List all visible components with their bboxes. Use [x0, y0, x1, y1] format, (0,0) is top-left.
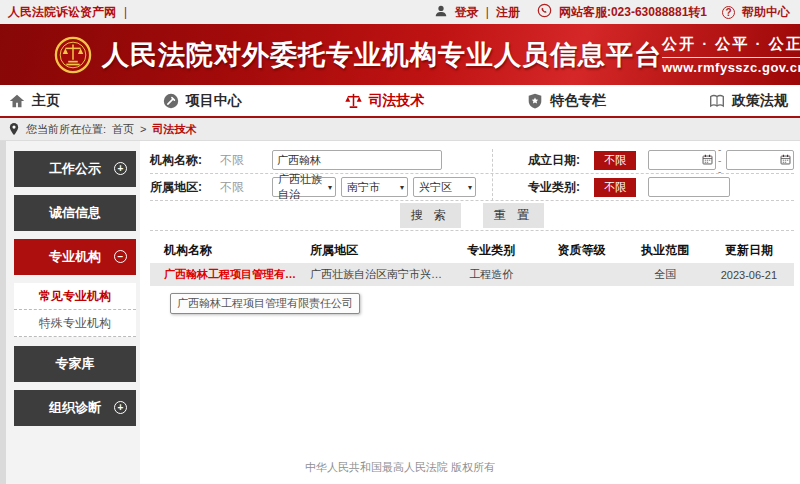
form-column-divider — [492, 149, 493, 201]
expand-icon[interactable] — [114, 401, 127, 414]
col-header-org-name: 机构名称 — [150, 242, 298, 259]
founding-date-unlimited-button[interactable]: 不限 — [594, 151, 636, 170]
platform-title: 人民法院对外委托专业机构专业人员信息平台 — [102, 37, 662, 73]
court-emblem-logo — [54, 36, 92, 74]
sidebar-item-org-diagnosis[interactable]: 组织诊断 — [14, 390, 136, 426]
primary-nav: 主页 项目中心 司法技术 特色专栏 政策法规 — [0, 85, 800, 118]
date-end-field — [726, 150, 794, 170]
chevron-down-icon: ▾ — [468, 183, 472, 192]
nav-item-project-center[interactable]: 项目中心 — [162, 92, 242, 110]
sidebar-subitem-label: 常见专业机构 — [39, 288, 111, 305]
phone-icon — [537, 3, 552, 21]
site-name-link[interactable]: 人民法院诉讼资产网 — [8, 4, 116, 21]
register-link[interactable]: 注册 — [496, 4, 520, 21]
search-button[interactable]: 搜 索 — [400, 203, 461, 228]
user-icon — [434, 4, 448, 21]
cell-date: 2023-06-21 — [704, 269, 794, 281]
sidebar-subitem-common-org[interactable]: 常见专业机构 — [14, 283, 136, 310]
nav-item-special-column[interactable]: 特色专栏 — [526, 92, 606, 110]
breadcrumb-current: 司法技术 — [153, 122, 197, 137]
col-header-region: 所属地区 — [298, 242, 446, 259]
sidebar-item-credit-info[interactable]: 诚信信息 — [14, 195, 136, 231]
site-banner: 人民法院对外委托专业机构专业人员信息平台 公开 · 公平 · 公正 www.rm… — [0, 24, 800, 85]
category-input[interactable] — [648, 177, 730, 197]
page: 人民法院诉讼资产网 | 登录 | 注册 网站客服:023-63088881转1 … — [0, 0, 800, 484]
breadcrumb-separator: > — [140, 123, 146, 135]
nav-item-label: 政策法规 — [732, 92, 788, 110]
cell-region: 广西壮族自治区南宁市兴宁区 — [298, 267, 446, 282]
site-url: www.rmfysszc.gov.cn — [662, 60, 800, 75]
category-unlimited-button[interactable]: 不限 — [594, 178, 636, 197]
main-area: 工作公示 诚信信息 专业机构 常见专业机构 特殊专业机构 专家库 组织诊断 — [0, 141, 800, 484]
shield-star-icon — [526, 92, 544, 110]
chevron-down-icon: ▾ — [400, 183, 404, 192]
service-hotline[interactable]: 网站客服:023-63088881转1 — [559, 4, 707, 21]
founding-date-label: 成立日期: — [528, 152, 594, 169]
login-register-divider: | — [486, 5, 489, 19]
login-link[interactable]: 登录 — [455, 4, 479, 21]
sidebar-item-label: 诚信信息 — [49, 204, 101, 222]
sidebar: 工作公示 诚信信息 专业机构 常见专业机构 特殊专业机构 专家库 组织诊断 — [0, 141, 140, 484]
table-header-row: 机构名称 所属地区 专业类别 资质等级 执业范围 更新日期 — [150, 237, 794, 263]
breadcrumb-prefix: 您当前所在位置: — [26, 122, 106, 137]
breadcrumb-home-link[interactable]: 首页 — [112, 122, 134, 137]
calendar-icon[interactable] — [702, 154, 713, 165]
district-select-value: 兴宁区 — [419, 180, 452, 195]
region-label: 所属地区: — [150, 179, 220, 196]
col-header-date: 更新日期 — [704, 242, 794, 259]
date-range-separator: --- — [718, 144, 724, 177]
sidebar-subitem-special-org[interactable]: 特殊专业机构 — [14, 310, 136, 337]
province-select[interactable]: 广西壮族自治 ▾ — [272, 177, 336, 197]
category-label: 专业类别: — [528, 179, 594, 196]
expand-icon[interactable] — [114, 162, 127, 175]
region-unlimited-option[interactable]: 不限 — [220, 179, 272, 196]
sidebar-item-work-public[interactable]: 工作公示 — [14, 151, 136, 187]
sidebar-item-label: 专业机构 — [49, 248, 101, 266]
org-name-unlimited-option[interactable]: 不限 — [220, 152, 272, 169]
city-select[interactable]: 南宁市 ▾ — [341, 177, 408, 197]
footer-copyright: 中华人民共和国最高人民法院 版权所有 — [0, 460, 800, 475]
project-center-icon — [162, 92, 180, 110]
cell-category: 工程造价 — [446, 267, 536, 282]
home-icon — [8, 92, 26, 110]
collapse-icon[interactable] — [114, 250, 127, 263]
org-name-tooltip: 广西翰林工程项目管理有限责任公司 — [170, 293, 360, 314]
reset-button[interactable]: 重 置 — [483, 203, 544, 228]
content-panel: 机构名称: 不限 成立日期: 不限 --- — [140, 141, 800, 484]
sidebar-item-label: 专家库 — [56, 355, 95, 373]
sidebar-item-expert-lib[interactable]: 专家库 — [14, 346, 136, 382]
book-icon — [708, 92, 726, 110]
help-center-link[interactable]: 帮助中心 — [742, 4, 790, 21]
sidebar-item-pro-org[interactable]: 专业机构 — [14, 239, 136, 275]
nav-item-policy[interactable]: 政策法规 — [708, 92, 788, 110]
search-form: 机构名称: 不限 成立日期: 不限 --- — [150, 147, 794, 231]
table-row: 广西翰林工程项目管理有限责任... 广西壮族自治区南宁市兴宁区 工程造价 全国 … — [150, 263, 794, 286]
nav-item-label: 主页 — [32, 92, 60, 110]
org-name-link[interactable]: 广西翰林工程项目管理有限责任... — [150, 267, 298, 282]
results-table: 机构名称 所属地区 专业类别 资质等级 执业范围 更新日期 广西翰林工程项目管理… — [150, 237, 794, 314]
nav-item-home[interactable]: 主页 — [8, 92, 60, 110]
calendar-icon[interactable] — [780, 154, 791, 165]
site-divider: | — [124, 5, 127, 19]
nav-item-label: 司法技术 — [369, 92, 425, 110]
nav-item-label: 项目中心 — [186, 92, 242, 110]
breadcrumb: 您当前所在位置: 首页 > 司法技术 — [0, 118, 800, 141]
col-header-grade: 资质等级 — [536, 242, 626, 259]
date-start-field — [648, 150, 716, 170]
chevron-down-icon: ▾ — [328, 183, 332, 192]
org-name-input[interactable] — [272, 150, 442, 170]
form-buttons-row: 搜 索 重 置 — [150, 201, 794, 231]
district-select[interactable]: 兴宁区 ▾ — [413, 177, 476, 197]
province-select-value: 广西壮族自治 — [278, 172, 328, 202]
nav-item-label: 特色专栏 — [550, 92, 606, 110]
sidebar-subitem-label: 特殊专业机构 — [39, 315, 111, 332]
location-pin-icon — [8, 122, 20, 136]
form-row-2: 所属地区: 不限 广西壮族自治 ▾ 南宁市 ▾ 兴宁区 ▾ — [150, 174, 794, 201]
col-header-scope: 执业范围 — [627, 242, 704, 259]
scales-icon — [344, 91, 363, 110]
top-utility-bar: 人民法院诉讼资产网 | 登录 | 注册 网站客服:023-63088881转1 … — [0, 0, 800, 24]
city-select-value: 南宁市 — [347, 180, 380, 195]
org-name-label: 机构名称: — [150, 152, 220, 169]
sidebar-item-label: 组织诊断 — [49, 399, 101, 417]
nav-item-judicial-tech[interactable]: 司法技术 — [344, 91, 425, 110]
